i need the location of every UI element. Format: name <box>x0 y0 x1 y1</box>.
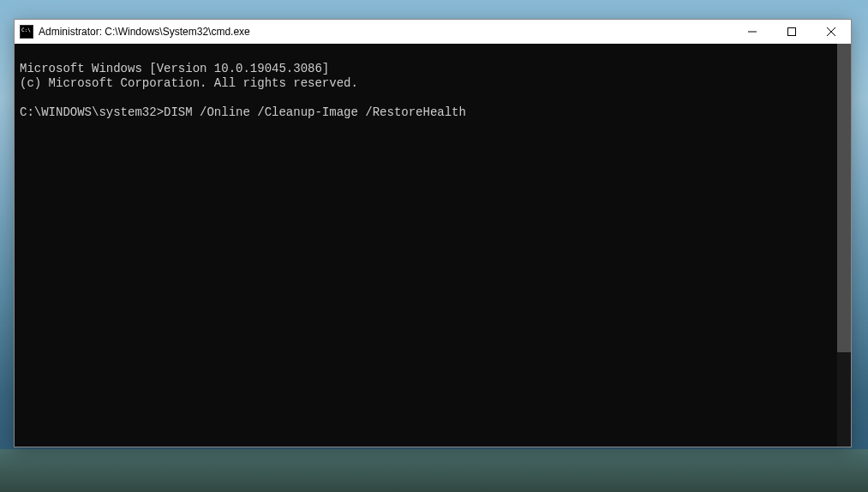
terminal-content[interactable]: Microsoft Windows [Version 10.0.19045.30… <box>15 44 837 447</box>
svg-rect-1 <box>788 28 796 36</box>
close-button[interactable] <box>811 20 851 44</box>
vertical-scrollbar[interactable] <box>837 44 851 447</box>
terminal-output-line: (c) Microsoft Corporation. All rights re… <box>20 76 358 90</box>
desktop-background <box>0 449 868 492</box>
cmd-icon <box>20 25 33 39</box>
titlebar[interactable]: Administrator: C:\Windows\System32\cmd.e… <box>15 20 851 44</box>
minimize-button[interactable] <box>733 20 772 44</box>
terminal-body[interactable]: Microsoft Windows [Version 10.0.19045.30… <box>15 44 851 447</box>
window-controls <box>733 20 851 44</box>
maximize-button[interactable] <box>772 20 811 44</box>
cmd-window: Administrator: C:\Windows\System32\cmd.e… <box>14 19 852 447</box>
terminal-command: DISM /Online /Cleanup-Image /RestoreHeal… <box>164 105 466 119</box>
scrollbar-thumb[interactable] <box>837 44 851 352</box>
terminal-prompt: C:\WINDOWS\system32> <box>20 105 164 119</box>
terminal-output-line: Microsoft Windows [Version 10.0.19045.30… <box>20 62 329 75</box>
window-title: Administrator: C:\Windows\System32\cmd.e… <box>39 26 733 38</box>
